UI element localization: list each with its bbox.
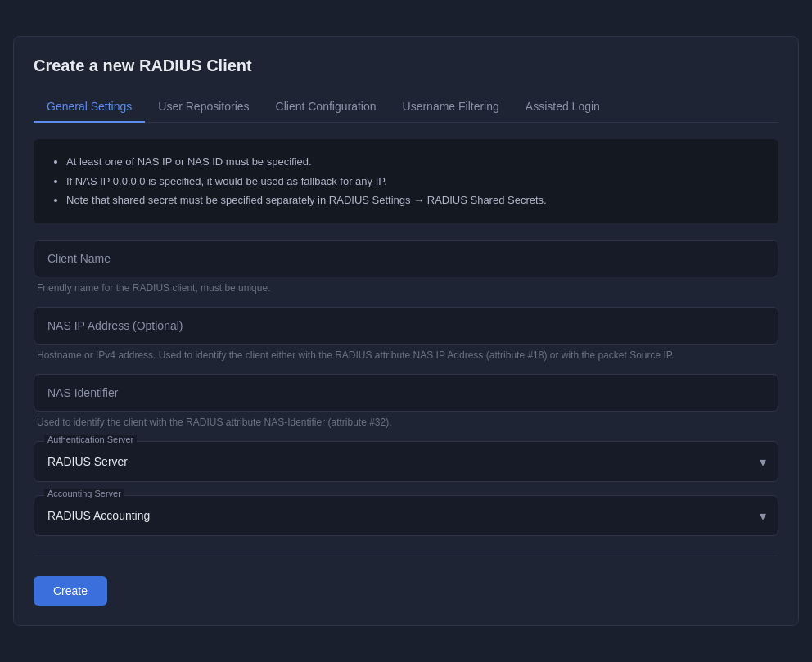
- authentication-server-label: Authentication Server: [44, 435, 137, 444]
- client-name-input[interactable]: [34, 240, 778, 277]
- tab-user-repositories[interactable]: User Repositories: [145, 92, 262, 123]
- authentication-server-group: Authentication Server RADIUS Server ▾: [34, 441, 778, 482]
- footer: Create: [34, 576, 778, 606]
- accounting-server-label: Accounting Server: [44, 489, 124, 498]
- nas-identifier-hint: Used to identify the client with the RAD…: [34, 417, 778, 428]
- accounting-server-wrapper: Accounting Server RADIUS Accounting ▾: [34, 495, 778, 536]
- create-button[interactable]: Create: [34, 576, 107, 606]
- client-name-hint: Friendly name for the RADIUS client, mus…: [34, 282, 778, 294]
- nas-ip-input[interactable]: [34, 307, 778, 345]
- info-message-3: Note that shared secret must be specifie…: [66, 191, 762, 209]
- tab-username-filtering[interactable]: Username Filtering: [390, 92, 512, 123]
- client-name-group: Friendly name for the RADIUS client, mus…: [34, 240, 778, 294]
- footer-divider: [34, 556, 778, 556]
- nas-ip-hint: Hostname or IPv4 address. Used to identi…: [34, 349, 778, 361]
- accounting-server-select[interactable]: RADIUS Accounting: [34, 496, 778, 535]
- tab-assisted-login[interactable]: Assisted Login: [512, 92, 613, 123]
- nas-identifier-input[interactable]: [34, 374, 778, 412]
- tab-client-configuration[interactable]: Client Configuration: [263, 92, 390, 123]
- info-message-2: If NAS IP 0.0.0.0 is specified, it would…: [66, 172, 762, 191]
- tab-general-settings[interactable]: General Settings: [34, 92, 145, 123]
- nas-ip-group: Hostname or IPv4 address. Used to identi…: [34, 307, 778, 361]
- modal-container: Create a new RADIUS Client General Setti…: [13, 36, 799, 625]
- accounting-server-group: Accounting Server RADIUS Accounting ▾: [34, 495, 778, 536]
- authentication-server-select[interactable]: RADIUS Server: [34, 442, 778, 481]
- tabs-bar: General Settings User Repositories Clien…: [34, 92, 778, 123]
- nas-identifier-group: Used to identify the client with the RAD…: [34, 374, 778, 428]
- info-message-1: At least one of NAS IP or NAS ID must be…: [66, 152, 762, 171]
- info-box: At least one of NAS IP or NAS ID must be…: [34, 139, 778, 223]
- authentication-server-wrapper: Authentication Server RADIUS Server ▾: [34, 441, 778, 482]
- modal-title: Create a new RADIUS Client: [34, 56, 778, 75]
